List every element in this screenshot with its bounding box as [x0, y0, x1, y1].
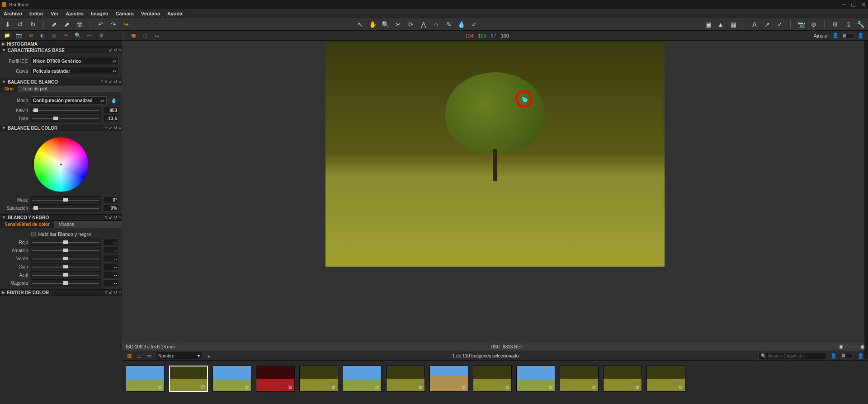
- denied-icon[interactable]: ⊘: [810, 20, 818, 28]
- tab-gray[interactable]: Gris: [0, 85, 18, 92]
- maximize-button[interactable]: □: [852, 1, 855, 8]
- wb-mode-select[interactable]: Configuración personalizad▴▾: [31, 96, 107, 104]
- rotate-tool-icon[interactable]: ⟳: [407, 20, 415, 28]
- image-viewport[interactable]: 💧: [122, 41, 868, 343]
- menu-ayuda[interactable]: Ayuda: [167, 11, 182, 16]
- sat-value[interactable]: 0%: [103, 204, 118, 211]
- exposure-icon[interactable]: ◐: [39, 32, 46, 39]
- wb-eyedropper-icon[interactable]: 💧: [109, 96, 118, 105]
- channel-slider[interactable]: [30, 255, 101, 262]
- tab-toning[interactable]: Virados: [54, 221, 79, 228]
- menu-ventana[interactable]: Ventana: [141, 11, 160, 16]
- section-color-editor[interactable]: ▶ EDITOR DE COLOR ?↙↺≡: [0, 289, 122, 296]
- export-icon[interactable]: ⬈: [50, 20, 58, 28]
- hue-slider[interactable]: [30, 196, 101, 203]
- crop-icon[interactable]: ✂: [394, 20, 402, 28]
- user-icon[interactable]: 👤: [832, 32, 839, 39]
- zoom-icon[interactable]: 🔍: [382, 20, 390, 28]
- filter-toggle[interactable]: [841, 353, 854, 358]
- rotate-ccw-icon[interactable]: ↺: [16, 20, 24, 28]
- channel-slider[interactable]: [30, 271, 101, 278]
- folder-icon[interactable]: 📁: [4, 32, 11, 39]
- single-view-icon[interactable]: □: [142, 32, 149, 39]
- list-view-icon[interactable]: ☰: [136, 352, 143, 359]
- rating-dots[interactable]: ▣·····▣: [839, 344, 864, 349]
- tab-skin[interactable]: Tono de piel: [18, 85, 52, 92]
- kelvin-slider[interactable]: [30, 107, 101, 114]
- channel-value[interactable]: --: [103, 279, 118, 287]
- redo-all-icon[interactable]: ↪: [122, 20, 130, 28]
- warning-icon[interactable]: ▲: [717, 20, 725, 28]
- filter-user-icon[interactable]: 👤: [830, 352, 837, 359]
- channel-slider[interactable]: [30, 263, 101, 270]
- tint-value[interactable]: -13,5: [103, 115, 118, 122]
- hue-value[interactable]: 0°: [103, 196, 118, 203]
- color-wheel[interactable]: [34, 137, 88, 192]
- sort-up-icon[interactable]: ▴: [205, 352, 212, 359]
- menu-ajustes[interactable]: Ajustes: [66, 11, 84, 16]
- channel-slider[interactable]: [30, 239, 101, 246]
- menu-editar[interactable]: Editar: [29, 11, 43, 16]
- sat-slider[interactable]: [30, 204, 101, 211]
- minimize-button[interactable]: ─: [842, 1, 846, 8]
- brush-sm-icon[interactable]: 〰: [86, 32, 93, 39]
- channel-value[interactable]: --: [103, 263, 118, 270]
- settings-icon[interactable]: ⚙: [831, 20, 839, 28]
- channel-value[interactable]: --: [103, 255, 118, 262]
- thumbnail[interactable]: ⚙: [299, 366, 338, 392]
- undo-icon[interactable]: ↶: [97, 20, 105, 28]
- color-icon[interactable]: ⊗: [27, 32, 34, 39]
- trash-icon[interactable]: 🗑: [75, 20, 84, 28]
- grid-view-icon[interactable]: ▦: [126, 352, 133, 359]
- wrench-icon[interactable]: 🔧: [856, 20, 864, 28]
- import-icon[interactable]: ⬇: [4, 20, 12, 28]
- pan-icon[interactable]: ✋: [369, 20, 377, 28]
- filter-user2-icon[interactable]: 👤: [857, 352, 864, 359]
- channel-slider[interactable]: [30, 279, 101, 287]
- kelvin-value[interactable]: 953: [103, 107, 118, 114]
- thumbnail[interactable]: ⚙: [169, 366, 208, 392]
- gear-sm-icon[interactable]: ⚙: [98, 32, 105, 39]
- thumbnail[interactable]: ⚙: [473, 366, 512, 392]
- channel-value[interactable]: --: [103, 271, 118, 278]
- tab-sensitivity[interactable]: Sensivilidad de color: [0, 221, 54, 228]
- redo-icon[interactable]: ↷: [109, 20, 118, 28]
- rotate-cw-icon[interactable]: ↻: [29, 20, 37, 28]
- camera-icon[interactable]: 📷: [797, 20, 805, 28]
- eyedropper-icon[interactable]: 💧: [458, 20, 466, 28]
- curve-select[interactable]: Película estándar▴▾: [31, 67, 118, 75]
- camera-sm-icon[interactable]: 📷: [15, 32, 23, 39]
- profile-select[interactable]: Nikon D7000 Genérico▴▾: [31, 57, 118, 65]
- menu-imagen[interactable]: Imagen: [91, 11, 108, 16]
- grid-icon[interactable]: ▦: [729, 20, 737, 28]
- brush-icon[interactable]: ✎: [445, 20, 453, 28]
- spot-icon[interactable]: ○: [432, 20, 440, 28]
- crop-sm-icon[interactable]: ✂: [62, 32, 70, 39]
- channel-slider[interactable]: [30, 247, 101, 254]
- text-icon[interactable]: A: [750, 20, 759, 28]
- right-panel-collapsed[interactable]: [864, 41, 868, 359]
- thumbnail[interactable]: ⚙: [646, 366, 685, 392]
- search-input[interactable]: 🔍 Buscar Cogolludo: [759, 352, 826, 359]
- user2-icon[interactable]: 👤: [857, 32, 864, 39]
- mark-icon[interactable]: ✓: [776, 20, 784, 28]
- panel-icon[interactable]: ▭: [153, 32, 160, 39]
- channel-value[interactable]: --: [103, 247, 118, 254]
- tint-slider[interactable]: [30, 115, 101, 122]
- process-icon[interactable]: ⬈: [63, 20, 71, 28]
- arrow-icon[interactable]: ↗: [763, 20, 771, 28]
- pointer-icon[interactable]: ↖: [356, 20, 364, 28]
- sort-select[interactable]: Nombre▾: [156, 352, 202, 359]
- section-bw[interactable]: ▼ BLANCO Y NEGRO ?↙↺≡: [0, 214, 122, 221]
- bw-enable-checkbox[interactable]: [31, 232, 36, 236]
- section-base[interactable]: ▼ CARACTERÍSTICAS BASE ↙↺≡: [0, 47, 122, 53]
- menu-camara[interactable]: Cámara: [116, 11, 134, 16]
- channel-value[interactable]: --: [103, 239, 118, 246]
- grid-view-icon[interactable]: ▦: [130, 32, 137, 39]
- gradient-icon[interactable]: ✓: [470, 20, 478, 28]
- thumbnail[interactable]: ⚙: [560, 366, 599, 392]
- thumbnail[interactable]: ⚙: [516, 366, 555, 392]
- search-icon[interactable]: 🔍: [74, 32, 81, 39]
- thumbnail[interactable]: ⚙: [386, 366, 425, 392]
- thumbnail[interactable]: ⚙: [603, 366, 642, 392]
